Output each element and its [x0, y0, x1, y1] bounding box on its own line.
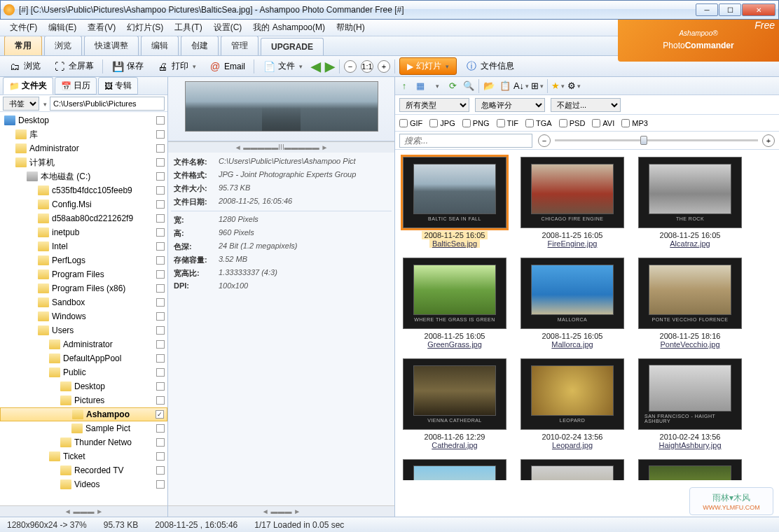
tree-checkbox[interactable]	[156, 256, 165, 265]
copy-icon[interactable]: 📋	[499, 80, 511, 92]
tab-browse[interactable]: 浏览	[44, 36, 82, 55]
menu-my-ashampoo[interactable]: 我的 Ashampoo(M)	[247, 20, 331, 36]
tree-node[interactable]: 本地磁盘 (C:)	[0, 169, 167, 183]
thumb-filename[interactable]: PonteVecchio.jpg	[660, 340, 719, 349]
tab-quick-adjust[interactable]: 快速调整	[84, 36, 139, 55]
format-png[interactable]: PNG	[462, 119, 490, 127]
format-mp3[interactable]: MP3	[621, 119, 648, 127]
tree-node[interactable]: PerfLogs	[0, 253, 167, 267]
thumb-zoom-slider[interactable]: − +	[538, 134, 775, 147]
thumb-filename[interactable]: HaightAshbury.jpg	[659, 441, 721, 449]
format-tif[interactable]: TIF	[497, 119, 519, 127]
tree-node[interactable]: Ashampoo	[0, 407, 167, 421]
tree-checkbox[interactable]	[156, 382, 165, 391]
zoom-in-button[interactable]: +	[378, 60, 390, 73]
address-input[interactable]	[50, 97, 165, 111]
tree-checkbox[interactable]	[156, 214, 165, 223]
bookmark-select[interactable]: 书签	[3, 97, 39, 111]
lefttab-folders[interactable]: 📁文件夹	[3, 77, 53, 94]
tree-checkbox[interactable]	[156, 424, 165, 433]
search-icon[interactable]: 🔍	[462, 80, 475, 92]
file-dropdown[interactable]: 📄文件	[258, 58, 307, 75]
menu-slideshow[interactable]: 幻灯片(S)	[121, 20, 169, 36]
tab-upgrade[interactable]: UPGRADE	[261, 38, 324, 55]
maximize-button[interactable]: ☐	[719, 4, 741, 16]
tab-create[interactable]: 创建	[181, 36, 219, 55]
tree-checkbox[interactable]	[156, 242, 165, 251]
menu-file[interactable]: 文件(F)	[4, 20, 43, 36]
thumb-filename[interactable]: FireEngine.jpg	[548, 239, 598, 248]
thumbnail[interactable]: VIENNA CATHEDRAL2008-11-26 12:29Cathedra…	[402, 358, 507, 449]
menu-settings[interactable]: 设置(C)	[208, 20, 248, 36]
tree-node[interactable]: Config.Msi	[0, 197, 167, 211]
tree-node[interactable]: Public	[0, 365, 167, 379]
print-button[interactable]: 🖨打印	[152, 58, 200, 75]
tree-checkbox[interactable]	[156, 326, 165, 335]
filter-type[interactable]: 所有类型	[399, 98, 469, 112]
thumb-zoom-in[interactable]: +	[762, 134, 775, 147]
tree-checkbox[interactable]	[156, 368, 165, 377]
fullscreen-button[interactable]: ⛶全屏幕	[49, 58, 98, 75]
tree-checkbox[interactable]	[156, 270, 165, 279]
browse-button[interactable]: 🗂浏览	[4, 58, 45, 75]
save-button[interactable]: 💾保存	[107, 58, 148, 75]
search-input[interactable]	[399, 134, 532, 148]
slideshow-button[interactable]: ▶幻灯片	[399, 57, 457, 75]
props-h-scroll[interactable]: ◄ ▬▬▬ ►	[168, 505, 394, 517]
menu-view[interactable]: 查看(V)	[82, 20, 121, 36]
zoom-out-button[interactable]: −	[344, 60, 357, 73]
tree-checkbox[interactable]	[156, 228, 165, 237]
tab-common[interactable]: 常用	[4, 36, 42, 55]
zoom-11-button[interactable]: 1:1	[361, 60, 373, 73]
thumbnail[interactable]: LEOPARD2010-02-24 13:56Leopard.jpg	[520, 358, 625, 449]
tab-edit[interactable]: 编辑	[141, 36, 179, 55]
tree-node[interactable]: Ticket	[0, 449, 167, 463]
lefttab-albums[interactable]: 🖼专辑	[98, 77, 138, 94]
tree-node[interactable]: inetpub	[0, 225, 167, 239]
refresh-icon[interactable]: ⟳	[446, 80, 459, 92]
thumbnail[interactable]: SAN FRANCISCO - HAIGHT ASHBURY2010-02-24…	[637, 358, 743, 449]
thumb-filename[interactable]: Cathedral.jpg	[432, 441, 477, 449]
tree-node[interactable]: Thunder Netwo	[0, 435, 167, 449]
tree-checkbox[interactable]	[156, 144, 165, 153]
tree-checkbox[interactable]	[156, 186, 165, 195]
tree-checkbox[interactable]	[156, 158, 165, 167]
sort-icon[interactable]: A↓	[515, 80, 528, 92]
view-dropdown[interactable]	[430, 80, 443, 92]
tree-node[interactable]: Desktop	[0, 113, 167, 127]
folder-tree[interactable]: Desktop库Administrator计算机本地磁盘 (C:)c535fb4…	[0, 112, 167, 505]
thumbnail[interactable]: WHERE THE GRASS IS GREEN2008-11-25 16:05…	[402, 258, 507, 349]
thumb-filename[interactable]: Mallorca.jpg	[551, 340, 593, 349]
thumb-filename[interactable]: BalticSea.jpg	[429, 239, 480, 248]
tree-checkbox[interactable]	[156, 340, 165, 349]
thumbnail[interactable]: BALTIC SEA IN FALL2008-11-25 16:05Baltic…	[402, 157, 507, 248]
thumbnail[interactable]	[520, 459, 625, 480]
tree-node[interactable]: Sandbox	[0, 295, 167, 309]
minimize-button[interactable]: ─	[696, 4, 718, 16]
gear-icon[interactable]: ⚙	[567, 80, 580, 92]
thumbnail[interactable]: THE ROCK2008-11-25 16:05Alcatraz.jpg	[637, 157, 743, 248]
tree-node[interactable]: Intel	[0, 239, 167, 253]
tree-node[interactable]: Administrator	[0, 141, 167, 155]
thumb-filename[interactable]: GreenGrass.jpg	[427, 340, 482, 349]
thumbnail-grid[interactable]: BALTIC SEA IN FALL2008-11-25 16:05Baltic…	[395, 150, 779, 517]
tab-manage[interactable]: 管理	[221, 36, 258, 55]
grid-size-icon[interactable]: ⊞	[531, 80, 544, 92]
tree-node[interactable]: c535fb4fdcc105feeb9	[0, 183, 167, 197]
star-icon[interactable]: ★	[551, 80, 564, 92]
filter-rating[interactable]: 忽略评分	[475, 98, 545, 112]
tree-node[interactable]: Desktop	[0, 379, 167, 393]
tree-node[interactable]: Users	[0, 323, 167, 337]
tree-node[interactable]: Windows	[0, 309, 167, 323]
email-button[interactable]: @Email	[205, 58, 249, 75]
filter-date[interactable]: 不超过...	[551, 98, 621, 112]
thumbnail[interactable]: PONTE VECCHIO FLORENCE2008-11-25 18:16Po…	[637, 258, 743, 349]
tree-checkbox[interactable]	[156, 172, 165, 181]
tree-checkbox[interactable]	[156, 200, 165, 209]
fileinfo-button[interactable]: ⓘ文件信息	[461, 58, 518, 75]
tree-node[interactable]: 计算机	[0, 155, 167, 169]
preview-image[interactable]	[185, 81, 378, 132]
tree-checkbox[interactable]	[156, 284, 165, 293]
format-gif[interactable]: GIF	[399, 119, 422, 127]
tree-node[interactable]: Recorded TV	[0, 463, 167, 477]
